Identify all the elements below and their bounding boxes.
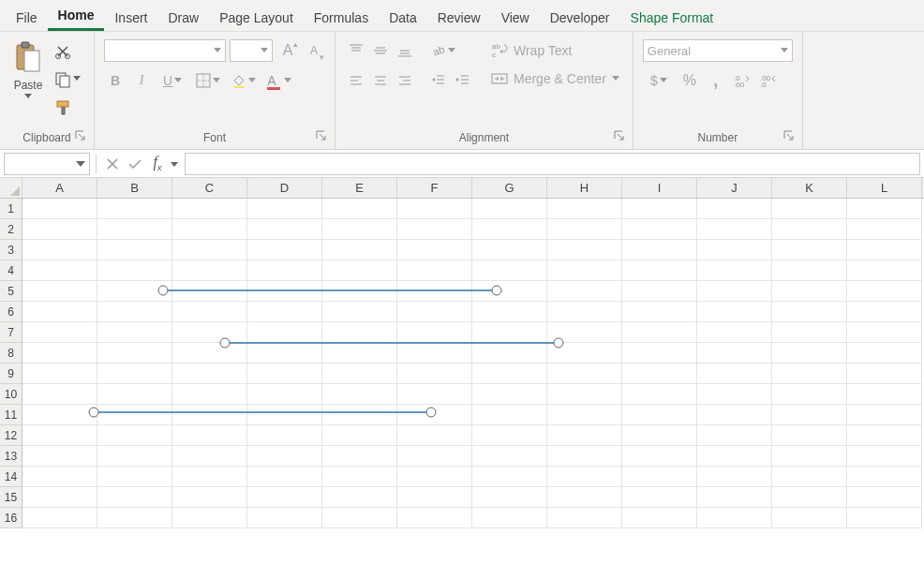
cell[interactable] (772, 219, 847, 240)
cell[interactable] (622, 425, 697, 446)
cell[interactable] (247, 219, 322, 240)
cell[interactable] (22, 322, 97, 343)
number-format-combo[interactable]: General (643, 39, 793, 62)
cell[interactable] (847, 405, 922, 425)
cell[interactable] (622, 487, 697, 508)
cell[interactable] (172, 302, 247, 322)
worksheet-grid[interactable]: ABCDEFGHIJKL 12345678910111213141516 (0, 178, 924, 579)
cell[interactable] (397, 240, 472, 260)
cell[interactable] (322, 446, 397, 467)
cell[interactable] (172, 240, 247, 260)
column-header[interactable]: E (322, 178, 397, 198)
number-launcher-icon[interactable] (783, 130, 797, 143)
tab-draw[interactable]: Draw (157, 4, 209, 31)
cell[interactable] (622, 343, 697, 364)
row-headers[interactable]: 12345678910111213141516 (0, 199, 22, 528)
increase-indent-button[interactable] (452, 69, 474, 92)
cell[interactable] (97, 240, 172, 260)
row-header[interactable]: 16 (0, 508, 22, 528)
cell[interactable] (697, 343, 772, 364)
cell[interactable] (772, 425, 847, 446)
cell[interactable] (472, 364, 547, 384)
cell[interactable] (322, 302, 397, 322)
cell[interactable] (772, 384, 847, 405)
cell[interactable] (847, 467, 922, 487)
percent-format-button[interactable]: % (678, 69, 701, 92)
row-header[interactable]: 9 (0, 364, 22, 384)
cell[interactable] (172, 199, 247, 219)
cell[interactable] (247, 240, 322, 260)
cell[interactable] (172, 343, 247, 364)
cell[interactable] (697, 446, 772, 467)
cell[interactable] (322, 322, 397, 343)
cell[interactable] (847, 446, 922, 467)
align-middle-button[interactable] (369, 39, 392, 62)
cell[interactable] (322, 364, 397, 384)
cell[interactable] (397, 322, 472, 343)
cell[interactable] (622, 384, 697, 405)
cell[interactable] (472, 405, 547, 425)
row-header[interactable]: 5 (0, 281, 22, 302)
column-header[interactable]: F (397, 178, 472, 198)
cell[interactable] (547, 240, 622, 260)
cell[interactable] (547, 364, 622, 384)
cell[interactable] (772, 281, 847, 302)
tab-home[interactable]: Home (48, 1, 105, 31)
cell[interactable] (472, 343, 547, 364)
cell[interactable] (472, 467, 547, 487)
cell[interactable] (472, 219, 547, 240)
cell[interactable] (97, 425, 172, 446)
cell[interactable] (472, 260, 547, 281)
cell[interactable] (697, 302, 772, 322)
cell[interactable] (847, 199, 922, 219)
cell[interactable] (697, 219, 772, 240)
cell[interactable] (172, 281, 247, 302)
column-header[interactable]: G (472, 178, 547, 198)
comma-format-button[interactable]: , (705, 69, 727, 92)
decrease-font-button[interactable]: A▾ (303, 39, 325, 62)
cell[interactable] (847, 219, 922, 240)
cell[interactable] (97, 260, 172, 281)
cell[interactable] (772, 343, 847, 364)
cell[interactable] (772, 302, 847, 322)
cell[interactable] (472, 508, 547, 528)
cell[interactable] (472, 322, 547, 343)
italic-button[interactable]: I (130, 69, 153, 92)
cell[interactable] (772, 322, 847, 343)
cell[interactable] (97, 405, 172, 425)
cell[interactable] (847, 302, 922, 322)
paste-button[interactable]: Paste (9, 39, 47, 103)
row-header[interactable]: 3 (0, 240, 22, 260)
cell[interactable] (22, 219, 97, 240)
cell[interactable] (322, 240, 397, 260)
row-header[interactable]: 13 (0, 446, 22, 467)
cell[interactable] (397, 446, 472, 467)
cell[interactable] (622, 405, 697, 425)
cell[interactable] (397, 364, 472, 384)
cell[interactable] (847, 425, 922, 446)
cell[interactable] (397, 281, 472, 302)
cell[interactable] (172, 446, 247, 467)
decrease-indent-button[interactable] (427, 69, 450, 92)
align-top-button[interactable] (345, 39, 367, 62)
cell[interactable] (22, 384, 97, 405)
cell[interactable] (322, 219, 397, 240)
cell[interactable] (247, 487, 322, 508)
cell[interactable] (622, 446, 697, 467)
cell[interactable] (247, 260, 322, 281)
row-header[interactable]: 10 (0, 384, 22, 405)
insert-function-button[interactable]: fx (147, 154, 168, 174)
cell[interactable] (247, 343, 322, 364)
cell[interactable] (397, 302, 472, 322)
tab-developer[interactable]: Developer (540, 4, 620, 31)
tab-review[interactable]: Review (427, 4, 491, 31)
cell[interactable] (772, 364, 847, 384)
cell[interactable] (847, 322, 922, 343)
cell[interactable] (847, 487, 922, 508)
underline-button[interactable]: U (156, 69, 188, 92)
cell[interactable] (847, 508, 922, 528)
cell[interactable] (472, 487, 547, 508)
cell[interactable] (97, 384, 172, 405)
column-header[interactable]: L (847, 178, 922, 198)
font-size-combo[interactable] (230, 39, 273, 62)
